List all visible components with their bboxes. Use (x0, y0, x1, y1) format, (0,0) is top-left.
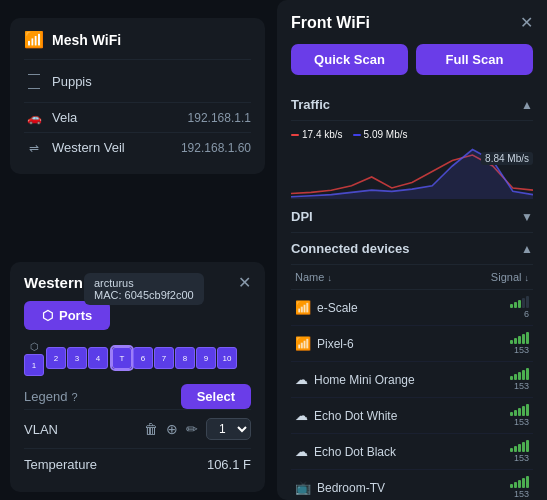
name-sort-icon: ↓ (327, 273, 332, 283)
devices-table: Name ↓ Signal ↓ 📶 e-Scale 6 (291, 265, 533, 500)
dpi-chevron-icon: ▼ (521, 210, 533, 224)
port-8[interactable]: 8 (175, 347, 195, 369)
device-row[interactable]: 📶 e-Scale 6 (291, 290, 533, 326)
signal-sort-icon: ↓ (525, 273, 530, 283)
mesh-wifi-card: 📶 Mesh WiFi — — Puppis 🚗 Vela 192.168.1.… (10, 18, 265, 174)
vlan-label: VLAN (24, 422, 144, 437)
temperature-value: 106.1 F (207, 457, 251, 472)
col-signal-header: Signal ↓ (469, 265, 533, 290)
western-veil-close[interactable]: ✕ (238, 275, 251, 291)
port-T[interactable]: T (112, 347, 132, 369)
port-6[interactable]: 6 (133, 347, 153, 369)
cloud-icon: ☁ (295, 444, 308, 459)
device-cell: 📺 Bedroom-TV (295, 480, 465, 495)
ports-icon: ⬡ (42, 308, 53, 323)
wifi-icon: 📶 (295, 300, 311, 315)
right-panel: Front WiFi ✕ Quick Scan Full Scan Traffi… (277, 0, 547, 500)
ports-label: Ports (59, 308, 92, 323)
port-tooltip: arcturus MAC: 6045cb9f2c00 (84, 273, 204, 305)
puppis-icon: — — (24, 67, 44, 95)
connected-section-header[interactable]: Connected devices ▲ (291, 233, 533, 265)
device-name: Echo Dot Black (314, 445, 396, 459)
signal-cell: 153 (473, 404, 529, 427)
download-legend: 17.4 kb/s (291, 129, 343, 140)
device-row[interactable]: 📺 Bedroom-TV 153 (291, 470, 533, 501)
legend-text: Legend (24, 389, 67, 404)
device-name: Echo Dot White (314, 409, 397, 423)
vlan-select[interactable]: 1 2 3 (206, 418, 251, 440)
puppis-name: Puppis (52, 74, 251, 89)
device-row-western[interactable]: ⇌ Western Veil 192.168.1.60 (24, 132, 251, 162)
port-2[interactable]: 2 (46, 347, 66, 369)
western-ip: 192.168.1.60 (181, 141, 251, 155)
devices-table-header: Name ↓ Signal ↓ (291, 265, 533, 290)
tv-icon: 📺 (295, 480, 311, 495)
traffic-section-header[interactable]: Traffic ▲ (291, 89, 533, 121)
port-group-single: ⬡ 1 (24, 340, 44, 376)
port-4[interactable]: 4 (88, 347, 108, 369)
chart-legend: 17.4 kb/s 5.09 Mb/s (291, 129, 533, 140)
device-name: e-Scale (317, 301, 358, 315)
device-cell: ☁ Echo Dot White (295, 408, 465, 423)
quick-scan-button[interactable]: Quick Scan (291, 44, 408, 75)
temperature-row: Temperature 106.1 F (24, 448, 251, 480)
signal-cell: 153 (473, 440, 529, 463)
device-cell: ☁ Echo Dot Black (295, 444, 465, 459)
vlan-delete-button[interactable]: 🗑 (144, 421, 158, 437)
right-close-button[interactable]: ✕ (520, 15, 533, 31)
device-row[interactable]: ☁ Echo Dot White 153 (291, 398, 533, 434)
legend-help-icon: ? (71, 391, 77, 403)
signal-cell: 153 (473, 476, 529, 499)
device-row-puppis[interactable]: — — Puppis (24, 59, 251, 102)
western-veil-card: Western Veil ✕ ⬡ Ports arcturus MAC: 604… (10, 262, 265, 492)
mesh-wifi-icon: 📶 (24, 30, 44, 49)
western-name: Western Veil (52, 140, 181, 155)
device-cell: ☁ Home Mini Orange (295, 372, 465, 387)
port-7[interactable]: 7 (154, 347, 174, 369)
vlan-actions: 🗑 ⊕ ✏ 1 2 3 (144, 418, 251, 440)
dpi-section-header[interactable]: DPI ▼ (291, 201, 533, 233)
connected-title: Connected devices (291, 241, 410, 256)
download-value: 17.4 kb/s (302, 129, 343, 140)
ports-button[interactable]: ⬡ Ports (24, 301, 110, 330)
signal-cell: 153 (473, 332, 529, 355)
vlan-row: VLAN 🗑 ⊕ ✏ 1 2 3 (24, 409, 251, 448)
device-row[interactable]: ☁ Home Mini Orange 153 (291, 362, 533, 398)
legend-row: Legend ? Select (24, 384, 251, 409)
vlan-edit-button[interactable]: ✏ (186, 421, 198, 437)
traffic-chart: 17.4 kb/s 5.09 Mb/s 8.84 Mb/s (291, 121, 533, 201)
col-name-header: Name ↓ (291, 265, 469, 290)
port-1[interactable]: 1 (24, 354, 44, 376)
cloud-icon: ☁ (295, 372, 308, 387)
signal-cell: 6 (473, 296, 529, 319)
legend-label: Legend ? (24, 389, 78, 404)
device-name: Pixel-6 (317, 337, 354, 351)
vela-ip: 192.168.1.1 (188, 111, 251, 125)
device-row[interactable]: ☁ Echo Dot Black 153 (291, 434, 533, 470)
chart-peak-label: 8.84 Mb/s (481, 152, 533, 165)
right-title: Front WiFi (291, 14, 370, 32)
vela-name: Vela (52, 110, 188, 125)
device-row[interactable]: 📶 Pixel-6 153 (291, 326, 533, 362)
select-button[interactable]: Select (181, 384, 251, 409)
upload-dot (353, 134, 361, 136)
vlan-add-button[interactable]: ⊕ (166, 421, 178, 437)
full-scan-button[interactable]: Full Scan (416, 44, 533, 75)
device-row-vela[interactable]: 🚗 Vela 192.168.1.1 (24, 102, 251, 132)
vela-icon: 🚗 (24, 111, 44, 125)
wifi-icon: 📶 (295, 336, 311, 351)
port-top-icon: ⬡ (27, 340, 41, 352)
ports-area: ⬡ 1 2 3 4 T 6 7 8 (24, 340, 251, 376)
port-3[interactable]: 3 (67, 347, 87, 369)
scan-buttons: Quick Scan Full Scan (291, 44, 533, 75)
dpi-title: DPI (291, 209, 313, 224)
upload-legend: 5.09 Mb/s (353, 129, 408, 140)
upload-value: 5.09 Mb/s (364, 129, 408, 140)
western-icon: ⇌ (24, 141, 44, 155)
temperature-label: Temperature (24, 457, 207, 472)
mesh-wifi-label: Mesh WiFi (52, 32, 121, 48)
port-9[interactable]: 9 (196, 347, 216, 369)
connected-chevron-icon: ▲ (521, 242, 533, 256)
tooltip-name: arcturus (94, 277, 134, 289)
port-10[interactable]: 10 (217, 347, 237, 369)
